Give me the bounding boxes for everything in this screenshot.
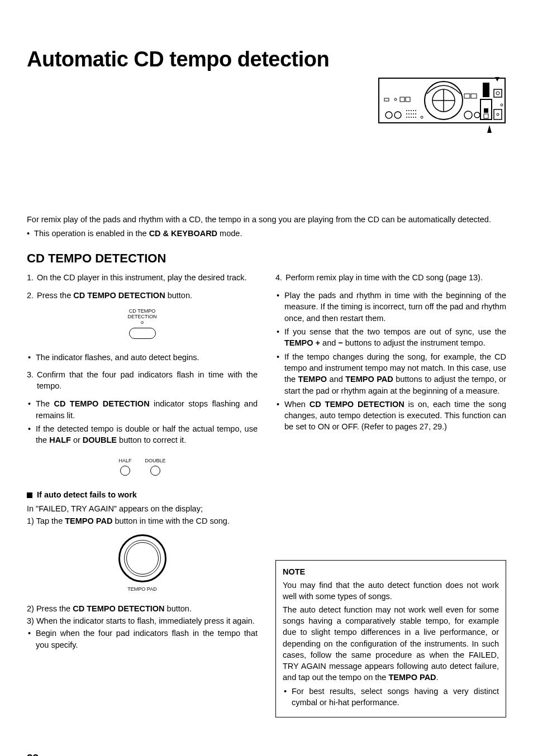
svg-point-18 bbox=[408, 117, 410, 118]
double-button-icon bbox=[150, 466, 160, 476]
svg-point-19 bbox=[411, 117, 412, 118]
svg-point-22 bbox=[421, 116, 423, 118]
fail-bullet: •Begin when the four pad indicators flas… bbox=[27, 628, 258, 650]
svg-point-39 bbox=[501, 104, 503, 106]
svg-rect-28 bbox=[471, 94, 477, 98]
svg-point-15 bbox=[413, 113, 414, 114]
svg-rect-3 bbox=[400, 97, 404, 102]
oval-button-icon bbox=[129, 328, 156, 339]
svg-point-9 bbox=[411, 110, 412, 111]
figure-half-double: HALF DOUBLE bbox=[27, 454, 258, 476]
step4-bullet-1: •Play the pads and rhythm in time with t… bbox=[275, 290, 506, 324]
device-diagram bbox=[378, 77, 506, 136]
svg-point-2 bbox=[394, 98, 397, 101]
page-number: 22 bbox=[27, 751, 506, 756]
step4-bullet-3: • If the tempo changes during the song, … bbox=[275, 351, 506, 396]
svg-rect-1 bbox=[384, 98, 389, 101]
svg-rect-35 bbox=[494, 89, 502, 97]
step4-bullet-4: • When CD TEMPO DETECTION is on, each ti… bbox=[275, 399, 506, 433]
svg-point-12 bbox=[406, 113, 407, 114]
svg-point-36 bbox=[496, 92, 499, 95]
svg-point-38 bbox=[497, 113, 499, 116]
svg-rect-37 bbox=[494, 109, 502, 119]
svg-point-13 bbox=[408, 113, 410, 114]
auto-detect-fails-heading: If auto detect fails to work bbox=[27, 489, 258, 500]
svg-point-11 bbox=[415, 110, 416, 111]
step3-bullet-1: • The CD TEMPO DETECTION indicator stops… bbox=[27, 398, 258, 421]
svg-marker-41 bbox=[487, 125, 492, 133]
left-column: 1. On the CD player in this instrument, … bbox=[27, 272, 258, 653]
svg-rect-4 bbox=[406, 97, 410, 102]
svg-point-21 bbox=[415, 117, 416, 118]
right-column: 4. Perform remix play in time with the C… bbox=[275, 272, 506, 717]
figure-cd-tempo-button: CD TEMPO DETECTION o bbox=[27, 309, 258, 342]
half-button-icon bbox=[120, 466, 130, 476]
svg-point-6 bbox=[394, 112, 401, 118]
svg-point-16 bbox=[415, 113, 416, 114]
square-bullet-icon bbox=[27, 492, 32, 498]
page-footer: 22 QQTG0626 bbox=[27, 751, 506, 756]
step-3: 3. Confirm that the four pad indicators … bbox=[27, 369, 258, 392]
page-title: Automatic CD tempo detection bbox=[27, 45, 506, 74]
step-1: 1. On the CD player in this instrument, … bbox=[27, 272, 258, 283]
step3-bullet-2: • If the detected tempo is double or hal… bbox=[27, 423, 258, 446]
svg-point-7 bbox=[406, 110, 407, 111]
note-title: NOTE bbox=[283, 566, 499, 577]
svg-rect-27 bbox=[464, 94, 470, 98]
step2-bullet: •The indicator flashes, and auto detect … bbox=[27, 352, 258, 363]
svg-point-29 bbox=[464, 111, 472, 119]
section-heading: CD TEMPO DETECTION bbox=[27, 250, 506, 267]
step-4: 4. Perform remix play in time with the C… bbox=[275, 272, 506, 283]
svg-point-17 bbox=[406, 117, 407, 118]
figure-tempo-pad: TEMPO PAD bbox=[27, 534, 258, 593]
svg-point-20 bbox=[413, 117, 414, 118]
step-2: 2. Press the CD TEMPO DETECTION button. bbox=[27, 290, 258, 301]
svg-point-8 bbox=[408, 110, 410, 111]
auto-detect-fails-steps: 2) Press the CD TEMPO DETECTION button. … bbox=[27, 603, 258, 627]
svg-point-5 bbox=[386, 112, 392, 118]
svg-rect-33 bbox=[484, 108, 488, 113]
intro-text: For remix play of the pads and rhythm wi… bbox=[27, 147, 506, 239]
step4-bullet-2: • If you sense that the two tempos are o… bbox=[275, 326, 506, 349]
svg-rect-34 bbox=[484, 114, 488, 118]
svg-rect-31 bbox=[483, 83, 489, 97]
svg-point-14 bbox=[411, 113, 412, 114]
note-box: NOTE You may find that the auto detect f… bbox=[275, 560, 506, 718]
tempo-pad-icon bbox=[118, 534, 166, 582]
svg-marker-40 bbox=[495, 77, 499, 82]
svg-point-10 bbox=[413, 110, 414, 111]
svg-point-30 bbox=[474, 112, 480, 118]
auto-detect-fails-body: In "FAILED, TRY AGAIN" appears on the di… bbox=[27, 503, 258, 527]
